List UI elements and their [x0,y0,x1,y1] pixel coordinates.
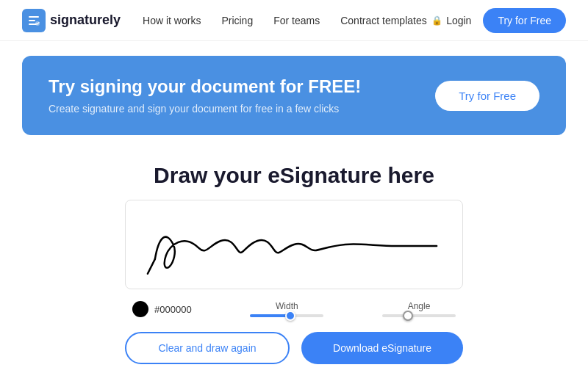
signature-canvas-container[interactable] [125,200,463,289]
width-slider-track[interactable] [250,314,323,317]
svg-rect-1 [29,20,35,21]
banner-text: Try signing your document for FREE! Crea… [49,76,361,115]
nav-right: 🔒 Login Try for Free [431,8,566,33]
width-slider-fill [250,314,290,317]
try-free-nav-button[interactable]: Try for Free [483,8,566,33]
banner-subtext: Create signature and sign your document … [49,103,361,115]
nav-contract-templates[interactable]: Contract templates [340,15,427,26]
logo-text: signaturely [50,12,121,28]
angle-slider-track[interactable] [382,314,456,317]
color-value: #000000 [154,304,192,315]
promo-banner: Try signing your document for FREE! Crea… [22,56,566,135]
angle-label: Angle [408,301,431,311]
signature-svg [133,208,455,281]
download-button[interactable]: Download eSignature [301,332,463,364]
signature-area[interactable] [133,208,455,281]
nav-pricing[interactable]: Pricing [221,15,253,26]
logo[interactable]: signaturely [22,9,121,32]
nav-links: How it works Pricing For teams Contract … [143,15,431,26]
width-slider-control[interactable]: Width [250,301,323,317]
main-content: Draw your eSignature here #000000 Width … [0,150,588,364]
controls-bar: #000000 Width Angle [125,297,463,322]
login-button[interactable]: 🔒 Login [431,15,471,26]
navbar: signaturely How it works Pricing For tea… [0,0,588,41]
svg-point-3 [35,21,40,26]
color-swatch[interactable] [132,301,148,317]
logo-icon [22,9,46,32]
svg-rect-0 [29,16,39,18]
action-buttons: Clear and draw again Download eSignature [125,332,463,364]
angle-slider-thumb[interactable] [403,311,413,321]
color-control[interactable]: #000000 [132,301,192,317]
clear-button[interactable]: Clear and draw again [125,332,290,364]
page-title: Draw your eSignature here [22,163,566,188]
login-label: Login [446,15,471,26]
nav-how-it-works[interactable]: How it works [143,15,201,26]
width-slider-thumb[interactable] [285,311,295,321]
try-free-banner-button[interactable]: Try for Free [435,81,539,111]
angle-slider-control[interactable]: Angle [382,301,456,317]
banner-heading: Try signing your document for FREE! [49,76,361,97]
nav-for-teams[interactable]: For teams [273,15,320,26]
width-label: Width [276,301,298,311]
lock-icon: 🔒 [431,15,442,26]
